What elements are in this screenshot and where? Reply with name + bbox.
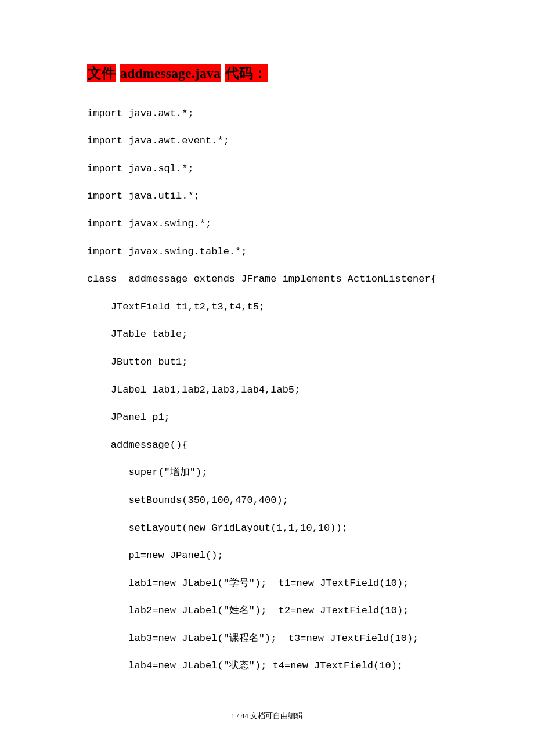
page-footer: 1 / 44 文档可自由编辑 (0, 711, 534, 721)
file-heading: 文件 addmessage.java 代码： (87, 64, 447, 84)
page-number: 1 / 44 (231, 711, 248, 720)
heading-part1: 文件 (87, 64, 116, 82)
document-page: 文件 addmessage.java 代码： import java.awt.*… (0, 0, 534, 715)
heading-filename: addmessage.java (120, 64, 221, 82)
code-block: import java.awt.*; import java.awt.event… (87, 100, 447, 680)
heading-part3: 代码： (225, 64, 268, 82)
footer-note: 文档可自由编辑 (250, 711, 303, 720)
